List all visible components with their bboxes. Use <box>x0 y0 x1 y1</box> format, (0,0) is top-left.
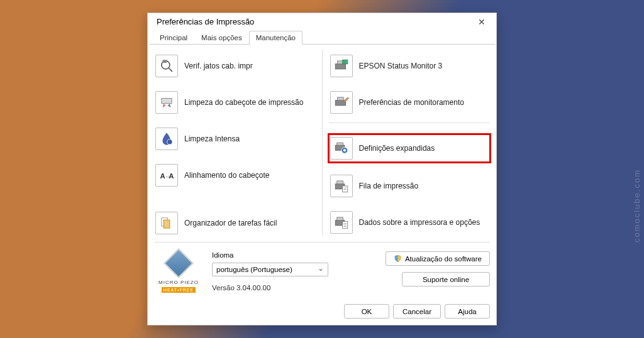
language-column: Idioma português (Portuguese) Versão 3.0… <box>212 249 377 293</box>
svg-point-4 <box>167 139 172 144</box>
right-button-column: Atualização do software Suporte online <box>386 249 490 293</box>
software-update-button[interactable]: Atualização do software <box>386 251 490 266</box>
svg-point-18 <box>343 149 345 151</box>
status-monitor-icon <box>330 55 353 77</box>
shield-icon <box>394 254 402 263</box>
close-icon: ✕ <box>478 17 486 27</box>
extended-settings-icon <box>330 137 353 160</box>
status-monitor-item[interactable]: EPSON Status Monitor 3 <box>329 53 491 79</box>
button-label: Atualização do software <box>405 255 482 263</box>
tab-manutencao[interactable]: Manutenção <box>249 31 303 45</box>
online-support-button[interactable]: Suporte online <box>402 272 490 286</box>
tab-content: Verif. jatos cab. impr Limpeza do cabeço… <box>148 45 496 299</box>
item-label: Limpeza Intensa <box>184 134 240 143</box>
watermark-text: comoclube.com <box>632 169 641 243</box>
separator <box>329 123 491 123</box>
job-arranger-item[interactable]: Organizador de tarefas fácil <box>154 210 316 236</box>
svg-rect-21 <box>342 186 347 192</box>
print-queue-icon <box>330 175 353 197</box>
item-label: Organizador de tarefas fácil <box>184 219 277 227</box>
svg-text:A: A <box>169 172 174 180</box>
svg-rect-20 <box>336 181 343 184</box>
ok-button[interactable]: OK <box>344 304 389 319</box>
svg-rect-14 <box>337 97 343 101</box>
item-label: Limpeza do cabeçote de impressão <box>184 98 303 107</box>
svg-line-1 <box>169 68 172 72</box>
logo-text-2: HEAT•FREE <box>162 287 196 293</box>
version-text: Versão 3.04.00.00 <box>212 284 377 292</box>
item-label: Verif. jatos cab. impr <box>184 62 253 70</box>
svg-rect-16 <box>336 143 343 145</box>
item-label: Definições expandidas <box>359 144 435 153</box>
head-cleaning-icon <box>155 91 178 114</box>
svg-rect-12 <box>342 60 347 64</box>
language-value: português (Portuguese) <box>216 266 292 273</box>
head-alignment-item[interactable]: A↔A Alinhamento do cabeçote <box>154 163 316 188</box>
maintenance-columns: Verif. jatos cab. impr Limpeza do cabeço… <box>154 50 490 243</box>
printer-info-item[interactable]: Dados sobre a impressora e opções <box>329 210 491 235</box>
right-column: EPSON Status Monitor 3 Preferências de m… <box>322 50 491 236</box>
language-label: Idioma <box>212 251 377 259</box>
button-label: Suporte online <box>423 276 469 283</box>
tab-mais-opcoes[interactable]: Mais opções <box>194 31 249 45</box>
logo-text-1: MICRO PIEZO <box>158 280 199 285</box>
power-cleaning-item[interactable]: Limpeza Intensa <box>154 126 316 151</box>
svg-rect-9 <box>164 220 170 228</box>
micropiezo-logo: MICRO PIEZO HEAT•FREE <box>154 249 203 293</box>
monitoring-prefs-item[interactable]: Preferências de monitoramento <box>329 90 491 115</box>
svg-rect-25 <box>336 217 343 221</box>
print-preferences-dialog: Preferências de Impressão ✕ Principal Ma… <box>147 13 497 325</box>
monitoring-prefs-icon <box>330 91 353 114</box>
nozzle-check-icon <box>155 55 178 77</box>
tabstrip: Principal Mais opções Manutenção <box>149 30 495 45</box>
help-button[interactable]: Ajuda <box>445 304 490 319</box>
bottom-row: MICRO PIEZO HEAT•FREE Idioma português (… <box>154 243 490 293</box>
item-label: Alinhamento do cabeçote <box>184 171 269 180</box>
head-alignment-icon: A↔A <box>155 164 178 187</box>
job-arranger-icon <box>155 212 178 234</box>
svg-text:A: A <box>160 172 165 180</box>
extended-settings-item[interactable]: Definições expandidas <box>329 134 491 162</box>
svg-rect-3 <box>162 99 172 104</box>
titlebar: Preferências de Impressão ✕ <box>148 13 496 30</box>
item-label: Fila de impressão <box>359 182 419 190</box>
tab-principal[interactable]: Principal <box>153 31 194 45</box>
power-cleaning-icon <box>155 128 178 150</box>
print-queue-item[interactable]: Fila de impressão <box>329 173 491 199</box>
item-label: Preferências de monitoramento <box>359 98 464 107</box>
left-column: Verif. jatos cab. impr Limpeza do cabeço… <box>154 50 322 236</box>
language-select[interactable]: português (Portuguese) <box>212 263 328 276</box>
nozzle-check-item[interactable]: Verif. jatos cab. impr <box>154 53 316 79</box>
item-label: EPSON Status Monitor 3 <box>359 62 443 70</box>
svg-rect-2 <box>163 60 167 63</box>
logo-diamond-icon <box>164 248 194 278</box>
dialog-footer: OK Cancelar Ajuda <box>148 299 496 325</box>
item-label: Dados sobre a impressora e opções <box>359 218 480 227</box>
printer-info-icon <box>330 211 353 234</box>
close-button[interactable]: ✕ <box>472 14 491 30</box>
cancel-button[interactable]: Cancelar <box>393 304 441 319</box>
svg-rect-10 <box>335 64 345 69</box>
dialog-title: Preferências de Impressão <box>157 17 254 26</box>
head-cleaning-item[interactable]: Limpeza do cabeçote de impressão <box>154 90 316 115</box>
